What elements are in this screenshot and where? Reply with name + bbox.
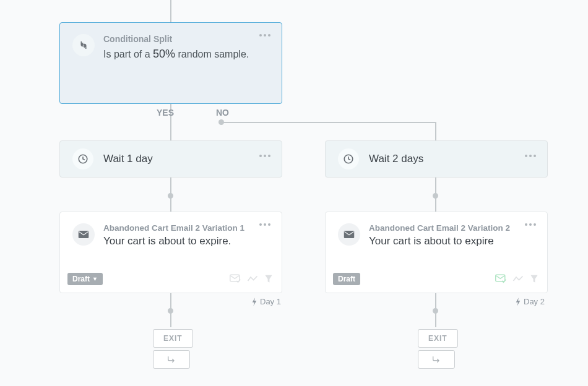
status-text: Draft — [72, 275, 90, 283]
add-branch-button-right[interactable] — [418, 350, 455, 369]
branch-icon — [166, 355, 176, 364]
svg-rect-4 — [344, 231, 355, 238]
more-button[interactable] — [525, 155, 536, 157]
connector-line — [170, 118, 171, 140]
connector-line — [221, 122, 436, 123]
mail-check-icon[interactable] — [495, 274, 506, 284]
day-text: Day 2 — [524, 297, 545, 306]
split-desc-prefix: Is part of a — [103, 49, 153, 59]
email-icon — [338, 223, 360, 246]
clock-icon — [72, 148, 93, 169]
filter-icon[interactable] — [530, 274, 538, 284]
email-card-left[interactable]: Abandoned Cart Email 2 Variation 1 Your … — [59, 212, 282, 293]
wait-text: Wait 1 day — [103, 153, 153, 165]
bolt-icon — [251, 298, 257, 306]
wait-text: Wait 2 days — [369, 153, 423, 165]
wait-card-right[interactable]: Wait 2 days — [325, 140, 548, 178]
connector-node — [168, 308, 173, 314]
bolt-icon — [515, 298, 521, 306]
chevron-down-icon: ▼ — [92, 276, 98, 282]
more-button[interactable] — [525, 223, 536, 226]
split-desc-suffix: random sample. — [175, 49, 249, 59]
analytics-icon[interactable] — [512, 275, 524, 283]
day-label-right: Day 2 — [515, 297, 545, 306]
email-card-right[interactable]: Abandoned Cart Email 2 Variation 2 Your … — [325, 212, 548, 293]
branch-icon — [431, 355, 441, 364]
mail-check-icon[interactable] — [230, 274, 241, 284]
more-button[interactable] — [259, 223, 270, 226]
more-button[interactable] — [259, 155, 270, 157]
email-title: Abandoned Cart Email 2 Variation 2 — [369, 223, 510, 233]
status-text: Draft — [338, 275, 355, 283]
status-badge: Draft — [333, 273, 360, 285]
filter-icon[interactable] — [264, 274, 273, 284]
wait-card-left[interactable]: Wait 1 day — [59, 140, 282, 178]
analytics-icon[interactable] — [247, 275, 258, 283]
day-text: Day 1 — [260, 297, 281, 306]
exit-button-left[interactable]: EXIT — [153, 329, 193, 348]
branch-label-yes: YES — [157, 108, 174, 118]
email-subject: Your cart is about to expire — [369, 235, 510, 247]
conditional-split-card[interactable]: Conditional Split Is part of a 50% rando… — [59, 22, 282, 104]
connector-node — [433, 193, 438, 199]
split-desc-percent: 50% — [153, 48, 175, 60]
email-subject: Your cart is about to expire. — [103, 235, 244, 247]
clock-icon — [338, 148, 359, 169]
split-card-description: Is part of a 50% random sample. — [103, 48, 249, 61]
more-button[interactable] — [259, 34, 270, 36]
connector-node — [218, 119, 224, 125]
connector-line — [170, 0, 171, 22]
email-icon — [72, 223, 95, 246]
svg-rect-2 — [79, 231, 89, 238]
card-footer-icons — [230, 274, 273, 284]
connector-line — [435, 122, 436, 140]
add-branch-button-left[interactable] — [153, 350, 190, 369]
email-title: Abandoned Cart Email 2 Variation 1 — [103, 223, 244, 233]
connector-node — [168, 193, 173, 199]
branch-label-no: NO — [216, 108, 229, 118]
flow-canvas[interactable]: YES NO Conditional Split Is part of a 50… — [0, 0, 588, 386]
day-label-left: Day 1 — [251, 297, 281, 306]
connector-node — [433, 308, 438, 314]
split-icon — [72, 34, 95, 56]
split-card-title: Conditional Split — [103, 34, 249, 44]
status-badge[interactable]: Draft ▼ — [67, 273, 103, 285]
card-footer-icons — [495, 274, 538, 284]
exit-button-right[interactable]: EXIT — [418, 329, 458, 348]
